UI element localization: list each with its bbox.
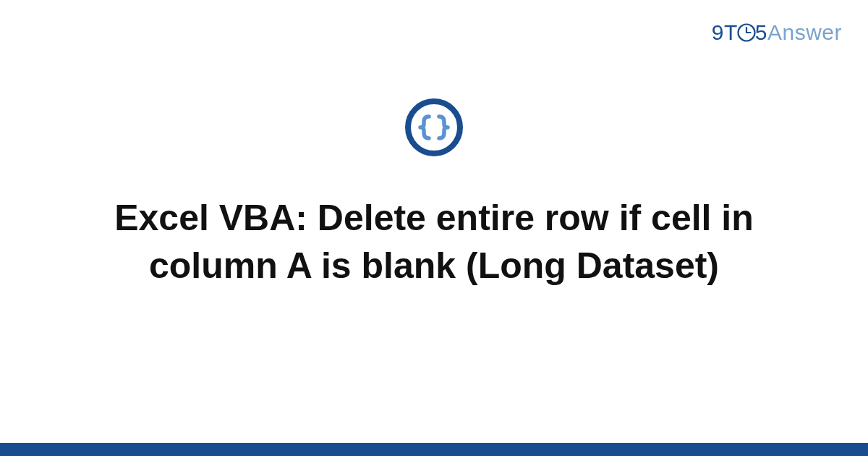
svg-point-3 — [408, 101, 460, 153]
code-braces-icon — [404, 98, 464, 157]
page-title: Excel VBA: Delete entire row if cell in … — [51, 194, 817, 290]
logo-five: 5 — [755, 20, 767, 44]
logo-t: T — [724, 20, 738, 44]
accent-bar — [0, 443, 868, 456]
logo-nine: 9 — [712, 20, 724, 44]
clock-icon — [737, 22, 756, 41]
logo-answer: Answer — [767, 20, 842, 44]
site-logo: 9T5Answer — [712, 20, 842, 45]
